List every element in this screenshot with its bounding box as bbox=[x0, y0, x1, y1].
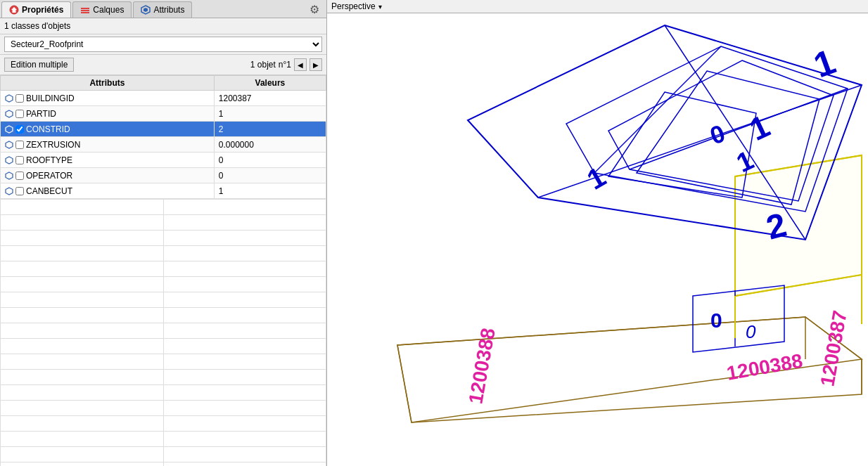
tag-icon bbox=[5, 125, 13, 134]
attr-value-cell: 0 bbox=[214, 153, 326, 168]
empty-row bbox=[1, 339, 326, 354]
empty-row bbox=[1, 370, 326, 385]
row-checkbox[interactable] bbox=[15, 141, 24, 149]
nav-next-button[interactable]: ▶ bbox=[309, 58, 322, 71]
nav-info: 1 objet n°1 ◀ ▶ bbox=[250, 58, 322, 71]
empty-row bbox=[1, 277, 326, 292]
edition-bar: Edition multiple 1 objet n°1 ◀ ▶ bbox=[0, 55, 326, 75]
attributes-table-wrapper: Attributs Valeurs BUILDINGID 1200387 PAR… bbox=[0, 75, 326, 466]
empty-row bbox=[1, 215, 326, 231]
tab-calques[interactable]: Calques bbox=[72, 1, 132, 18]
svg-marker-7 bbox=[6, 95, 13, 102]
attr-name-cell: ZEXTRUSION bbox=[1, 137, 215, 153]
attr-name: CANBECUT bbox=[26, 186, 72, 196]
tab-attributs[interactable]: Attributs bbox=[133, 1, 192, 18]
svg-marker-9 bbox=[6, 126, 13, 133]
attr-name: PARTID bbox=[26, 109, 56, 119]
attr-value-cell: 0 bbox=[214, 168, 326, 183]
edition-multiple-button[interactable]: Edition multiple bbox=[4, 58, 74, 72]
empty-row bbox=[1, 354, 326, 370]
n-label: n°1 bbox=[279, 60, 291, 70]
empty-row bbox=[1, 200, 326, 215]
sector-dropdown[interactable]: Secteur2_Roofprint bbox=[4, 37, 322, 52]
viewport-canvas: 1200388 1200388 1200387 0 0 bbox=[327, 13, 868, 466]
attr-name: ZEXTRUSION bbox=[26, 140, 80, 150]
tag-icon bbox=[5, 156, 13, 164]
attributes-table: Attributs Valeurs BUILDINGID 1200387 PAR… bbox=[0, 75, 326, 199]
dropdown-row: Secteur2_Roofprint bbox=[0, 34, 326, 55]
attr-name-cell: OPERATOR bbox=[1, 168, 215, 183]
attr-value-cell: 1200387 bbox=[214, 91, 326, 106]
row-checkbox[interactable] bbox=[15, 94, 24, 103]
table-row[interactable]: PARTID 1 bbox=[1, 106, 326, 122]
empty-row bbox=[1, 261, 326, 277]
table-row[interactable]: CONSTRID 2 bbox=[1, 122, 326, 137]
svg-rect-2 bbox=[81, 8, 89, 9]
tag-icon bbox=[5, 110, 13, 118]
empty-row bbox=[1, 323, 326, 339]
viewport-title: Perspective bbox=[331, 1, 376, 11]
attr-name: ROOFTYPE bbox=[26, 155, 72, 165]
tab-proprietes-label: Propriétés bbox=[22, 5, 63, 15]
attr-name-cell: ROOFTYPE bbox=[1, 153, 215, 168]
table-row[interactable]: ZEXTRUSION 0.000000 bbox=[1, 137, 326, 153]
svg-text:0: 0 bbox=[746, 321, 756, 342]
attr-name-cell: BUILDINGID bbox=[1, 91, 215, 106]
scene-svg: 1200388 1200388 1200387 0 0 bbox=[327, 13, 868, 466]
svg-marker-8 bbox=[6, 110, 13, 117]
svg-marker-12 bbox=[6, 172, 13, 179]
tag-icon bbox=[5, 187, 13, 195]
objet-label: 1 objet bbox=[250, 60, 276, 70]
tab-proprietes[interactable]: Propriétés bbox=[1, 1, 71, 18]
table-row[interactable]: ROOFTYPE 0 bbox=[1, 153, 326, 168]
empty-row bbox=[1, 385, 326, 401]
attr-name-cell: CONSTRID bbox=[1, 122, 215, 137]
empty-row bbox=[1, 401, 326, 416]
attr-value-cell: 0.000000 bbox=[214, 137, 326, 153]
attr-name: BUILDINGID bbox=[26, 93, 75, 103]
viewport-header: Perspective ▾ bbox=[327, 0, 868, 13]
empty-row bbox=[1, 447, 326, 462]
row-checkbox[interactable] bbox=[15, 125, 24, 134]
svg-marker-6 bbox=[143, 8, 148, 12]
empty-row bbox=[1, 231, 326, 246]
tab-calques-label: Calques bbox=[93, 5, 124, 15]
tab-attributs-label: Attributs bbox=[153, 5, 184, 15]
row-checkbox[interactable] bbox=[15, 156, 24, 164]
svg-marker-11 bbox=[6, 157, 13, 164]
tabs-bar: Propriétés Calques Attributs ⚙ bbox=[0, 0, 326, 18]
attr-name: OPERATOR bbox=[26, 171, 72, 181]
row-checkbox[interactable] bbox=[15, 187, 24, 195]
tag-icon bbox=[5, 141, 13, 149]
svg-marker-13 bbox=[6, 188, 13, 195]
tag-icon bbox=[5, 94, 13, 103]
table-row[interactable]: CANBECUT 1 bbox=[1, 183, 326, 199]
empty-row bbox=[1, 462, 326, 467]
attr-name: CONSTRID bbox=[26, 124, 70, 134]
table-row[interactable]: BUILDINGID 1200387 bbox=[1, 91, 326, 106]
attr-name-cell: PARTID bbox=[1, 106, 215, 122]
svg-marker-10 bbox=[6, 141, 13, 148]
attr-value-cell: 1 bbox=[214, 106, 326, 122]
settings-button[interactable]: ⚙ bbox=[305, 1, 324, 18]
proprietes-icon bbox=[9, 5, 19, 15]
classes-bar: 1 classes d'objets bbox=[0, 18, 326, 34]
svg-text:0: 0 bbox=[710, 309, 722, 332]
empty-rows-table bbox=[0, 199, 326, 466]
attr-value-cell: 1 bbox=[214, 183, 326, 199]
empty-row bbox=[1, 292, 326, 308]
col-attributs: Attributs bbox=[1, 76, 215, 91]
col-valeurs: Valeurs bbox=[214, 76, 326, 91]
nav-prev-button[interactable]: ◀ bbox=[294, 58, 307, 71]
row-checkbox[interactable] bbox=[15, 171, 24, 180]
empty-row bbox=[1, 246, 326, 261]
svg-rect-4 bbox=[81, 12, 89, 13]
table-row[interactable]: OPERATOR 0 bbox=[1, 168, 326, 183]
left-panel: Propriétés Calques Attributs ⚙ bbox=[0, 0, 327, 466]
classes-label: 1 classes d'objets bbox=[4, 21, 70, 31]
viewport-dropdown-arrow[interactable]: ▾ bbox=[378, 3, 382, 11]
empty-row bbox=[1, 416, 326, 432]
svg-rect-3 bbox=[81, 10, 89, 11]
row-checkbox[interactable] bbox=[15, 110, 24, 118]
right-panel: Perspective ▾ 1200388 1200388 1200387 bbox=[327, 0, 868, 466]
